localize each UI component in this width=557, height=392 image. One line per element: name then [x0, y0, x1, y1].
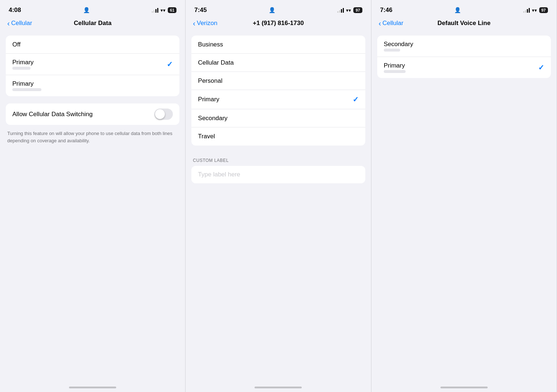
home-bar-1 — [69, 387, 116, 388]
custom-label-placeholder: Type label here — [198, 171, 240, 178]
nav-bar-2: ‹ Verizon +1 (917) 816-1730 — [186, 18, 371, 31]
item-label-travel: Travel — [198, 133, 215, 140]
home-bar-2 — [255, 387, 302, 388]
custom-label-input[interactable]: Type label here — [191, 166, 365, 183]
checkmark-primary-1: ✓ — [167, 60, 173, 69]
item-label-primary-1: Primary — [12, 59, 34, 66]
toggle-description: Turning this feature on will allow your … — [6, 130, 179, 144]
content-2: Business Cellular Data Personal Primary … — [186, 31, 371, 387]
battery-3: 97 — [539, 7, 548, 13]
custom-label-input-card: Type label here — [191, 166, 365, 183]
list-item-business[interactable]: Business — [191, 36, 365, 54]
list-item-travel[interactable]: Travel — [191, 127, 365, 146]
custom-label-header: CUSTOM LABEL — [191, 153, 365, 166]
battery-2: 97 — [353, 7, 362, 13]
item-sublabel-primary-1 — [12, 67, 34, 70]
back-label-1: Cellular — [11, 20, 32, 27]
home-indicator-1 — [0, 387, 185, 392]
wifi-icon-1: ▾▾ — [160, 8, 166, 13]
list-item-cellular-data[interactable]: Cellular Data — [191, 54, 365, 72]
status-time-1: 4:08 — [9, 7, 21, 14]
nav-title-1: Cellular Data — [74, 20, 111, 27]
panel-default-voice: 7:46 👤 ▾▾ 97 ‹ Cellular Default Voice Li… — [371, 0, 557, 392]
person-icon-1: 👤 — [83, 7, 90, 13]
list-item-off[interactable]: Off — [6, 36, 179, 54]
item-sublabel-primary-voice — [384, 70, 406, 73]
person-icon-2: 👤 — [269, 7, 276, 13]
data-switching-toggle-container: Allow Cellular Data Switching — [6, 103, 179, 125]
cellular-data-list: Off Primary ✓ Primary — [6, 36, 179, 96]
wifi-icon-3: ▾▾ — [532, 8, 537, 13]
signal-bars-1 — [152, 8, 158, 13]
nav-bar-1: ‹ Cellular Cellular Data — [0, 18, 185, 31]
voice-line-list: Secondary Primary ✓ — [377, 36, 551, 78]
battery-1: 61 — [168, 7, 176, 13]
status-bar-2: 7:45 👤 ▾▾ 97 — [186, 0, 371, 18]
status-icons-3: ▾▾ 97 — [523, 7, 548, 13]
nav-title-2: +1 (917) 816-1730 — [253, 20, 304, 27]
status-icons-1: ▾▾ 61 — [152, 7, 176, 13]
panel-phone-number: 7:45 👤 ▾▾ 97 ‹ Verizon +1 (917) 816-1730… — [186, 0, 371, 392]
wifi-icon-2: ▾▾ — [346, 8, 351, 13]
nav-bar-3: ‹ Cellular Default Voice Line — [371, 18, 557, 31]
nav-title-3: Default Voice Line — [438, 20, 491, 27]
panel-cellular-data: 4:08 👤 ▾▾ 61 ‹ Cellular Cellular Data Of… — [0, 0, 186, 392]
item-label-cellular-data: Cellular Data — [198, 59, 233, 66]
status-time-2: 7:45 — [194, 7, 207, 14]
home-indicator-3 — [371, 387, 557, 392]
content-1: Off Primary ✓ Primary — [0, 31, 185, 387]
chevron-left-icon-1: ‹ — [7, 20, 10, 27]
checkmark-primary-voice: ✓ — [538, 63, 544, 72]
home-bar-3 — [440, 387, 488, 388]
checkmark-primary: ✓ — [353, 95, 359, 104]
chevron-left-icon-3: ‹ — [379, 20, 381, 27]
status-bar-3: 7:46 👤 ▾▾ 97 — [371, 0, 557, 18]
item-label-personal: Personal — [198, 77, 222, 85]
list-item-primary[interactable]: Primary ✓ — [191, 90, 365, 109]
item-sublabel-primary-2 — [12, 88, 41, 91]
status-icons-2: ▾▾ 97 — [337, 7, 362, 13]
back-label-3: Cellular — [382, 20, 403, 27]
item-label-secondary-voice: Secondary — [384, 41, 413, 48]
data-switching-toggle[interactable] — [154, 109, 173, 120]
toggle-knob — [155, 109, 165, 119]
item-label-off: Off — [12, 41, 20, 48]
list-item-primary-2[interactable]: Primary — [6, 75, 179, 96]
home-indicator-2 — [186, 387, 371, 392]
item-label-secondary: Secondary — [198, 115, 227, 122]
back-button-2[interactable]: ‹ Verizon — [193, 20, 217, 27]
item-label-primary-2: Primary — [12, 80, 41, 87]
back-button-1[interactable]: ‹ Cellular — [7, 20, 32, 27]
item-label-primary-voice: Primary — [384, 62, 406, 69]
signal-bars-3 — [523, 8, 530, 13]
content-3: Secondary Primary ✓ — [371, 31, 557, 387]
status-time-3: 7:46 — [380, 7, 393, 14]
list-item-secondary[interactable]: Secondary — [191, 109, 365, 127]
item-sublabel-secondary — [384, 49, 413, 52]
list-item-personal[interactable]: Personal — [191, 72, 365, 90]
item-label-primary: Primary — [198, 96, 219, 103]
list-item-primary-voice[interactable]: Primary ✓ — [377, 57, 551, 78]
list-item-primary-1[interactable]: Primary ✓ — [6, 54, 179, 75]
chevron-left-icon-2: ‹ — [193, 20, 195, 27]
list-item-secondary-voice[interactable]: Secondary — [377, 36, 551, 57]
back-label-2: Verizon — [197, 20, 217, 27]
person-icon-3: 👤 — [454, 7, 461, 13]
status-bar-1: 4:08 👤 ▾▾ 61 — [0, 0, 185, 18]
line-label-list: Business Cellular Data Personal Primary … — [191, 36, 365, 146]
back-button-3[interactable]: ‹ Cellular — [379, 20, 403, 27]
item-label-business: Business — [198, 41, 223, 48]
toggle-label: Allow Cellular Data Switching — [12, 111, 93, 118]
signal-bars-2 — [337, 8, 344, 13]
